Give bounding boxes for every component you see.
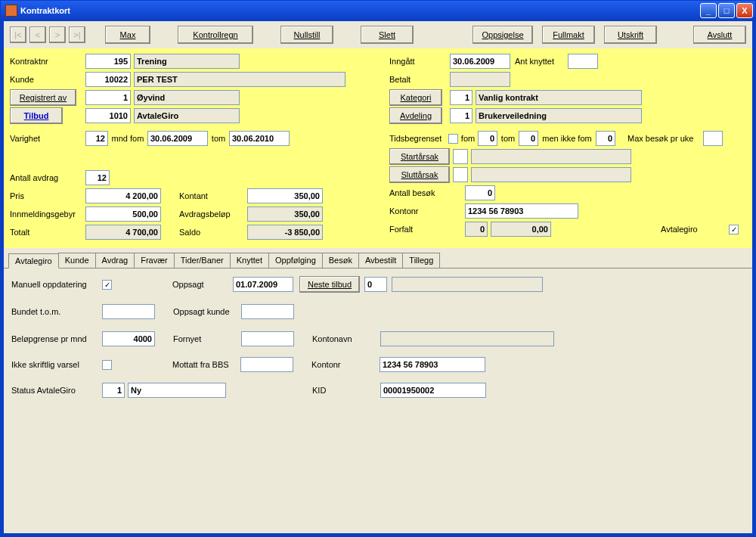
window-title: Kontraktkort [20,6,70,15]
fornyet-field[interactable] [241,331,294,346]
status-txt-field[interactable]: Ny [128,383,226,398]
neste-tilbud-button[interactable]: Neste tilbud [299,276,360,293]
regnr-field[interactable]: 1 [85,90,131,105]
oppsigelse-button[interactable]: Oppsigelse [472,26,533,44]
neste-tilbud-txt-field [392,277,543,292]
tab-tillegg[interactable]: Tillegg [402,253,440,268]
fullmakt-button[interactable]: Fullmakt [542,26,595,44]
tab-besok[interactable]: Besøk [322,253,359,268]
mottatt-bbs-label: Mottatt fra BBS [172,360,240,369]
saldo-label: Saldo [179,228,247,237]
ikke-skriftlig-label: Ikke skriftlig varsel [11,360,102,369]
tids-men-field[interactable]: 0 [596,131,615,146]
tab-oppfolging[interactable]: Oppfølging [268,253,323,268]
inngatt-field[interactable]: 30.06.2009 [450,54,510,69]
toolbar: |< < > >| Max Kontrollregn Nullstill Sle… [4,21,752,48]
kid-field[interactable]: 00001950002 [380,383,486,398]
forfalt-sum-field: 0,00 [491,222,551,237]
manuell-checkbox[interactable]: ✓ [102,280,112,290]
tab-avbestilt[interactable]: Avbestilt [358,253,403,268]
oppsagt-label: Oppsagt [172,280,233,289]
oppsagt-kunde-label: Oppsagt kunde [173,307,241,316]
kontonr2-label: Kontonr [311,360,380,369]
antall-besok-label: Antall besøk [389,188,465,197]
kategori-nr-field[interactable]: 1 [450,90,472,105]
forfalt-n-field: 0 [465,222,488,237]
tab-avdrag[interactable]: Avdrag [95,253,135,268]
max-button[interactable]: Max [105,26,150,44]
avslutt-button[interactable]: Avslutt [693,26,746,44]
kontonr-field[interactable]: 1234 56 78903 [465,203,578,219]
fornyet-label: Fornyet [173,334,241,343]
tab-avtalegiro[interactable]: Avtalegiro [8,253,59,268]
innmeldingsgebyr-label: Innmeldingsgebyr [10,210,85,219]
kundenr-field[interactable]: 10022 [85,72,131,87]
varighet-tom-field[interactable]: 30.06.2010 [229,131,290,146]
nav-next[interactable]: > [49,26,66,43]
bundet-field[interactable] [102,304,155,319]
startarsak-button[interactable]: Startårsak [389,148,450,165]
status-nr-field[interactable]: 1 [102,383,125,398]
pris-label: Pris [10,191,85,200]
avtalegiro-checkbox[interactable]: ✓ [729,225,739,234]
tids-fom-field[interactable]: 0 [478,131,497,146]
sluttarsak-nr-field[interactable] [453,167,468,182]
varighet-mnd-field[interactable]: 12 [85,131,108,146]
tom-label: tom [208,134,229,143]
kategori-navn-field: Vanlig kontrakt [476,90,642,105]
nav-prev[interactable]: < [29,26,46,43]
avdeling-button[interactable]: Avdeling [389,107,442,124]
belopgrense-label: Beløpgrense pr mnd [11,334,102,343]
minimize-button[interactable]: _ [700,3,717,18]
tab-fravaer[interactable]: Fravær [134,253,174,268]
antall-avdrag-field[interactable]: 12 [85,170,110,185]
totalt-label: Totalt [10,228,85,237]
manuell-label: Manuell oppdatering [11,280,102,289]
varighet-fom-field[interactable]: 30.06.2009 [147,131,208,146]
betalt-label: Betalt [389,75,450,84]
oppsagt-field[interactable]: 01.07.2009 [233,277,293,292]
nullstill-button[interactable]: Nullstill [280,26,333,44]
tom-label-2: tom [497,134,519,143]
oppsagt-kunde-field[interactable] [241,304,294,319]
tids-tom-field[interactable]: 0 [519,131,538,146]
betalt-field [450,72,510,87]
men-ikke-fom-label: men ikke fom [538,134,596,143]
tilbud-button[interactable]: Tilbud [10,107,63,124]
utskrift-button[interactable]: Utskrift [604,26,657,44]
neste-tilbud-nr-field[interactable]: 0 [364,277,387,292]
max-besok-field[interactable] [703,131,723,146]
avdeling-nr-field[interactable]: 1 [450,108,472,123]
startarsak-nr-field[interactable] [453,149,468,164]
kontonr2-field[interactable]: 1234 56 78903 [380,357,485,372]
kontrollregn-button[interactable]: Kontrollregn [178,26,253,44]
belopgrense-field[interactable]: 4000 [102,331,155,346]
registrert-av-button[interactable]: Registrert av [10,89,76,106]
slett-button[interactable]: Slett [361,26,414,44]
tidsbegrenset-checkbox[interactable] [448,134,458,144]
ant-knyttet-field[interactable] [568,54,598,69]
tab-kunde[interactable]: Kunde [58,253,96,268]
totalt-field: 4 700,00 [85,225,161,240]
saldo-field: -3 850,00 [247,225,323,240]
nav-first[interactable]: |< [10,26,26,43]
tilbudnr-field[interactable]: 1010 [85,108,131,123]
kontraktnr-field[interactable]: 195 [85,54,131,69]
nav-last[interactable]: >| [69,26,85,43]
sluttarsak-button[interactable]: Sluttårsak [389,166,450,183]
tab-knyttet[interactable]: Knyttet [230,253,269,268]
maximize-button[interactable]: □ [718,3,735,18]
avdragsbelop-field: 350,00 [247,206,323,222]
tab-tider[interactable]: Tider/Baner [174,253,231,268]
mottatt-bbs-field[interactable] [240,357,293,372]
close-button[interactable]: X [736,3,753,18]
antall-besok-field[interactable]: 0 [465,185,495,200]
kontant-field[interactable]: 350,00 [247,188,323,203]
varighet-label: Varighet [10,134,85,143]
pris-field[interactable]: 4 200,00 [85,188,161,203]
innmelding-field[interactable]: 500,00 [85,206,161,222]
kategori-button[interactable]: Kategori [389,89,442,106]
tidsbegrenset-label: Tidsbegrenset [389,134,448,143]
ikke-skriftlig-checkbox[interactable] [102,360,112,370]
kontant-label: Kontant [179,191,247,200]
